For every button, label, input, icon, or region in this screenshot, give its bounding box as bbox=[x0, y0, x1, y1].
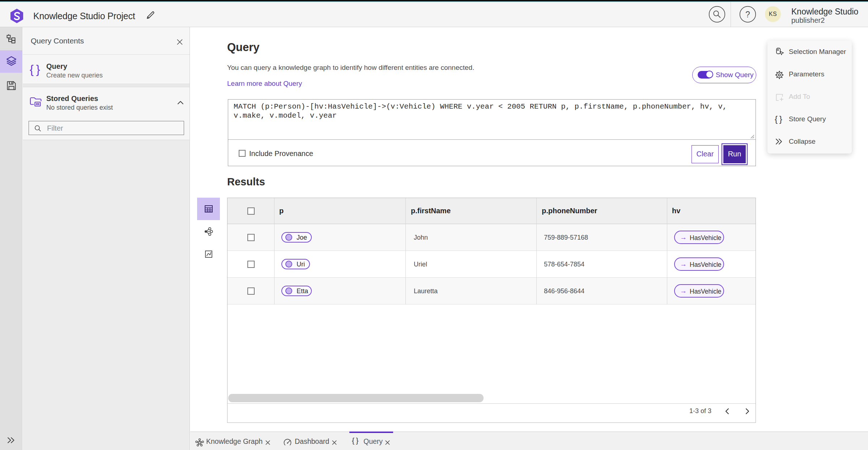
svg-text:?: ? bbox=[745, 10, 750, 19]
